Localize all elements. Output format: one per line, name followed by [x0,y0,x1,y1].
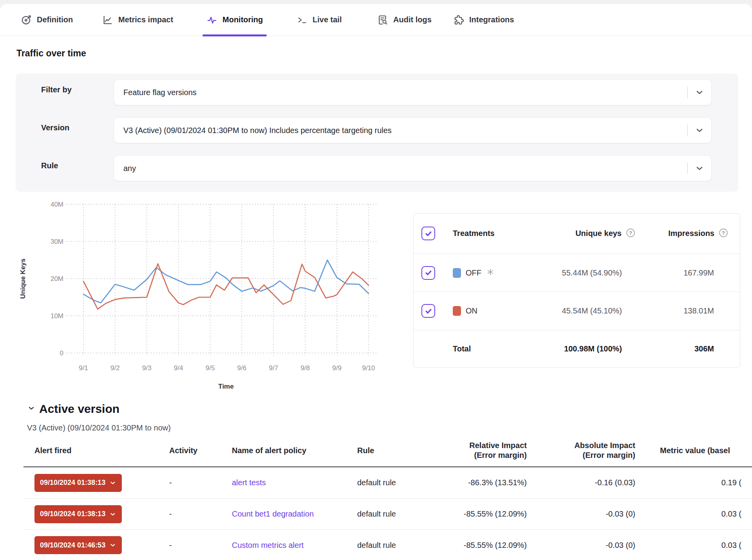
integrations-icon [453,14,464,25]
svg-text:20M: 20M [51,275,63,283]
tab-live-tail[interactable]: Live tail [293,4,345,36]
alert-rule: default rule [357,478,441,487]
treatment-row-off: OFF 55.44M (54.90%) 167.99M [414,254,740,292]
tab-integrations-label: Integrations [469,15,514,24]
tab-metrics-impact-label: Metrics impact [118,15,173,24]
treatments-all-checkbox[interactable] [421,227,435,240]
svg-text:?: ? [629,230,632,236]
rule-label: Rule [41,161,58,170]
svg-text:10M: 10M [51,312,63,320]
alert-fired-badge[interactable]: 09/10/2024 01:46:53 [34,536,122,554]
treatment-row-on: ON 45.54M (45.10%) 138.01M [414,292,740,330]
rule-value: any [114,164,687,173]
tab-audit-logs[interactable]: Audit logs [373,4,436,36]
tab-bar: Definition Metrics impact Monitoring Liv… [0,4,752,36]
svg-text:9/5: 9/5 [206,364,215,372]
rule-select[interactable]: any [114,155,712,181]
treatment-on-label: ON [466,306,477,315]
tab-definition-label: Definition [37,15,73,24]
col-policy: Name of alert policy [232,446,357,456]
alert-metric-value: 0.03 ( [635,510,752,519]
treatments-card: Treatments Unique keys ? Impressions ? O… [413,213,740,368]
page-title: Traffic over time [16,48,86,59]
alert-fired-badge[interactable]: 09/10/2024 01:38:13 [34,474,122,492]
svg-text:9/1: 9/1 [79,364,88,372]
alert-policy-link[interactable]: Count bet1 degradation [232,510,314,518]
col-rule: Rule [357,446,441,456]
svg-text:9/6: 9/6 [237,364,247,372]
total-label: Total [453,344,518,353]
chevron-down-icon [688,126,711,135]
alert-rule: default rule [357,541,441,550]
alert-metric-value: 0.19 ( [635,478,752,487]
alert-metric-value: 0.03 ( [635,541,752,550]
col-metric-value: Metric value (basel [635,446,752,456]
chevron-down-icon [109,542,116,549]
unique-keys-header: Unique keys [575,229,622,238]
on-impressions: 138.01M [683,306,714,315]
treatment-off-checkbox[interactable] [421,266,435,280]
treatments-header-row: Treatments Unique keys ? Impressions ? [414,214,740,254]
chevron-down-icon [109,479,116,486]
svg-text:9/2: 9/2 [110,364,120,372]
version-label: Version [41,123,69,132]
svg-text:9/4: 9/4 [174,364,183,372]
svg-text:30M: 30M [51,238,63,245]
tab-metrics-impact[interactable]: Metrics impact [98,4,177,36]
alerts-table: Alert fired Activity Name of alert polic… [24,434,752,560]
help-icon[interactable]: ? [718,228,728,239]
svg-text:9/7: 9/7 [269,364,278,372]
treatments-total-row: Total 100.98M (100%) 306M [414,330,740,367]
alert-policy-link[interactable]: alert tests [232,478,266,487]
version-select[interactable]: V3 (Active) (09/01/2024 01:30PM to now) … [114,117,712,143]
alert-rule: default rule [357,510,441,519]
active-version-subtitle: V3 (Active) (09/10/2024 01:30PM to now) [27,423,171,432]
main-panel: Definition Metrics impact Monitoring Liv… [0,4,752,560]
col-relative-impact: Relative Impact(Error margin) [441,441,527,460]
filter-by-select[interactable]: Feature flag versions [114,79,712,105]
version-value: V3 (Active) (09/01/2024 01:30PM to now) … [114,126,687,135]
filter-by-label: Filter by [41,85,72,94]
off-series-swatch [453,268,461,278]
alert-fired-badge[interactable]: 09/10/2024 01:38:13 [34,505,122,523]
alert-row: 09/10/2024 01:38:13 - alert tests defaul… [24,467,752,499]
chevron-down-icon [688,164,711,173]
alert-policy-link[interactable]: Custom metrics alert [232,541,304,549]
off-unique-keys: 55.44M (54.90%) [562,268,622,277]
default-treatment-asterisk-icon [486,268,495,278]
traffic-line-chart: 010M20M30M40M9/19/29/39/49/59/69/79/89/9… [16,198,392,393]
tab-monitoring[interactable]: Monitoring [202,4,267,36]
treatment-on-checkbox[interactable] [421,304,435,318]
alert-activity: - [169,478,232,487]
monitoring-icon [206,14,217,25]
treatment-off-label: OFF [466,268,481,277]
alert-absolute-impact: -0.03 (0) [527,510,635,519]
svg-text:0: 0 [60,349,63,357]
filter-panel: Filter by Feature flag versions Version … [16,74,738,192]
alert-activity: - [169,541,232,550]
alert-activity: - [169,510,232,519]
chevron-down-icon [27,404,35,414]
alerts-header-row: Alert fired Activity Name of alert polic… [24,434,752,467]
alert-relative-impact: -85.55% (12.09%) [441,541,527,550]
alert-absolute-impact: -0.03 (0) [527,541,635,550]
impressions-header: Impressions [668,229,714,238]
help-icon[interactable]: ? [625,228,636,239]
alert-row: 09/10/2024 01:46:53 - Custom metrics ale… [24,530,752,560]
svg-text:40M: 40M [51,201,63,208]
total-unique-keys: 100.98M (100%) [564,344,622,353]
svg-text:9/10: 9/10 [362,364,375,372]
tab-integrations[interactable]: Integrations [449,4,518,36]
on-series-swatch [453,306,461,316]
definition-icon [21,14,32,25]
alert-row: 09/10/2024 01:38:13 - Count bet1 degrada… [24,499,752,530]
svg-text:Unique Keys: Unique Keys [19,259,27,299]
svg-text:9/9: 9/9 [332,364,342,372]
treatments-title: Treatments [453,229,518,238]
col-activity: Activity [169,446,232,456]
tab-definition[interactable]: Definition [17,4,77,36]
chevron-down-icon [688,88,711,97]
svg-text:Time: Time [218,383,233,390]
active-version-toggle[interactable]: Active version [27,402,119,416]
tab-monitoring-label: Monitoring [222,15,263,24]
